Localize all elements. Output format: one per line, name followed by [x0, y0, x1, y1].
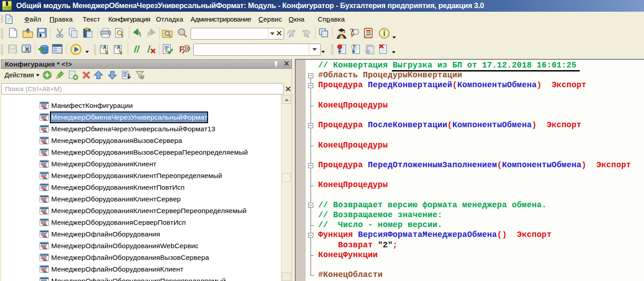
svg-text:c: c	[106, 51, 108, 55]
svg-text:А: А	[117, 45, 120, 50]
svg-text:10: 10	[185, 46, 190, 51]
svg-text:?: ?	[353, 45, 355, 49]
svg-text:А: А	[103, 45, 107, 50]
svg-text:c: c	[120, 51, 122, 55]
